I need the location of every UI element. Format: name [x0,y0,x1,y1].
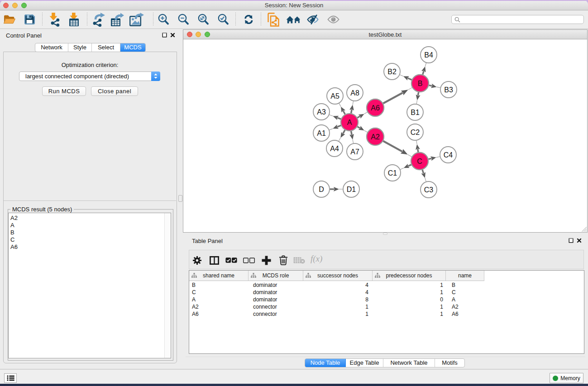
import-table-button[interactable] [66,11,82,28]
column-header-predecessor-nodes[interactable]: predecessor nodes [373,271,446,281]
show-panels-button[interactable] [4,373,17,383]
refresh-button[interactable] [240,11,257,28]
delete-table-button[interactable] [293,255,305,266]
show-column-panel-button[interactable] [208,255,220,266]
graph-edge[interactable] [422,170,424,173]
node-table[interactable]: shared nameMCDS rolesuccessor nodesprede… [189,270,584,354]
vertical-splitter-grip[interactable] [178,195,182,202]
graph-node-A4[interactable]: A4 [326,140,343,157]
mcds-result-item[interactable]: A [9,222,171,229]
graph-node-A8[interactable]: A8 [347,85,363,101]
graph-edge[interactable] [343,111,345,114]
graph-node-A6[interactable]: A6 [367,99,384,116]
graph-edge[interactable] [343,130,345,133]
graph-node-A[interactable]: A [341,114,358,131]
zoom-selected-button[interactable] [215,11,231,28]
graph-edge[interactable] [351,110,352,113]
zoom-in-button[interactable] [155,11,172,28]
close-panel-button[interactable]: Close panel [91,86,138,96]
graph-edge[interactable] [418,149,418,152]
graph-edge[interactable] [351,131,352,135]
mcds-result-list[interactable]: A2ABCA6 [8,213,171,358]
show-all-networks-button[interactable] [285,11,301,28]
tab-select[interactable]: Select [92,43,120,52]
graph-node-B2[interactable]: B2 [384,63,400,80]
graph-node-A3[interactable]: A3 [313,104,330,120]
graph-node-B4[interactable]: B4 [421,47,437,63]
hide-selected-button[interactable] [305,11,321,28]
float-panel-icon[interactable] [569,238,574,243]
tab-motifs[interactable]: Motifs [435,359,464,367]
horizontal-splitter-grip[interactable] [383,233,387,235]
graph-edge[interactable] [429,85,432,86]
search-input[interactable] [451,15,584,24]
graph-node-A2[interactable]: A2 [367,128,384,145]
mcds-result-item[interactable]: A6 [9,243,171,251]
mcds-result-item[interactable]: B [9,229,171,236]
table-row[interactable]: Bdominator41B [189,281,584,289]
graph-edge[interactable] [429,158,432,159]
graph-node-A5[interactable]: A5 [327,88,343,104]
open-file-button[interactable] [1,11,18,28]
delete-columns-button[interactable] [277,255,289,266]
graph-edge[interactable] [337,118,341,119]
save-session-button[interactable] [21,11,38,28]
graph-node-C4[interactable]: C4 [440,147,456,163]
tab-node-table[interactable]: Node Table [305,359,346,367]
mcds-result-item[interactable]: A2 [9,214,171,222]
import-network-button[interactable] [47,11,63,28]
tab-network-table[interactable]: Network Table [383,359,435,367]
graph-edge[interactable] [357,127,360,128]
graph-edge[interactable] [337,125,341,127]
column-header-MCDS-role[interactable]: MCDS role [249,271,303,281]
clone-network-button[interactable] [265,11,282,28]
column-header-successor-nodes[interactable]: successor nodes [303,271,373,281]
table-row[interactable]: A2connector11A2 [189,303,584,310]
function-builder-button[interactable]: f(x) [311,254,322,264]
resize-grip-icon[interactable] [581,226,587,232]
graph-node-C[interactable]: C [411,152,428,170]
export-network-button[interactable] [91,11,107,28]
graph-node-B[interactable]: B [411,75,429,92]
export-image-button[interactable] [129,11,145,28]
run-mcds-button[interactable]: Run MCDS [42,86,86,96]
tab-network[interactable]: Network [35,43,68,52]
network-canvas[interactable]: AA1A2A3A4A5A6A7A8BB1B2B3B4CC1C2C3C4DD1 [183,39,587,232]
graph-edge[interactable] [423,71,424,75]
graph-node-A7[interactable]: A7 [347,143,363,160]
graph-node-A1[interactable]: A1 [313,125,330,141]
create-column-button[interactable] [260,255,272,266]
graph-node-D[interactable]: D [313,181,330,197]
graph-edge[interactable] [383,93,403,104]
graph-node-B1[interactable]: B1 [407,104,423,120]
column-header-name[interactable]: name [446,271,484,281]
graph-node-C2[interactable]: C2 [407,124,423,140]
select-all-button[interactable] [225,255,237,266]
zoom-out-button[interactable] [175,11,191,28]
close-panel-icon[interactable] [170,33,175,38]
mcds-result-item[interactable]: C [9,236,171,243]
deselect-all-button[interactable] [243,255,255,266]
graph-edge[interactable] [383,141,402,152]
table-row[interactable]: Adominator80A [189,296,584,303]
show-selected-button[interactable] [325,11,341,28]
graph-node-C3[interactable]: C3 [421,181,437,198]
graph-edge[interactable] [408,78,412,80]
table-options-button[interactable] [191,255,203,266]
tab-style[interactable]: Style [68,43,92,52]
graph-edge[interactable] [418,92,418,95]
table-row[interactable]: A6connector11A6 [189,310,584,318]
memory-button[interactable]: Memory [550,373,583,383]
criterion-select[interactable]: largest connected component (directed) [19,71,160,81]
float-panel-icon[interactable] [162,33,167,38]
graph-node-D1[interactable]: D1 [343,181,359,197]
zoom-fit-button[interactable] [195,11,211,28]
tab-mcds[interactable]: MCDS [120,43,145,52]
tab-edge-table[interactable]: Edge Table [346,359,383,367]
graph-edge[interactable] [408,165,411,166]
table-row[interactable]: Cdominator41C [189,289,584,296]
export-table-button[interactable] [109,11,125,28]
column-header-shared-name[interactable]: shared name [189,271,249,281]
scrollbar-track[interactable] [164,213,171,358]
graph-node-C1[interactable]: C1 [384,165,401,181]
